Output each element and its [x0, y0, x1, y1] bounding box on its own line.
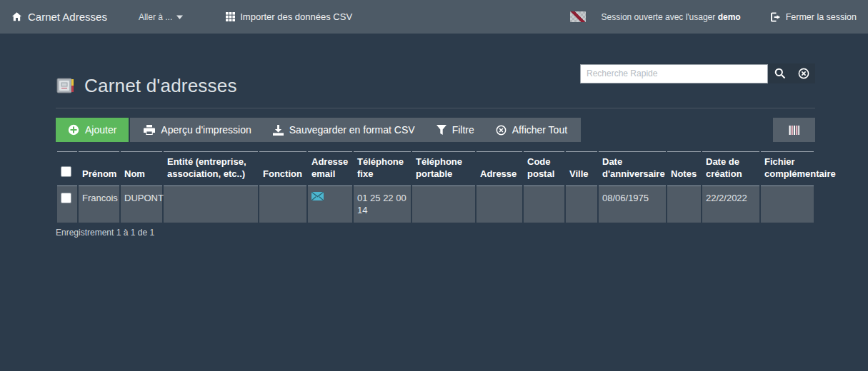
- printer-icon: [144, 125, 155, 136]
- brand-label: Carnet Adresses: [28, 11, 107, 23]
- header-fonction[interactable]: Fonction: [259, 151, 306, 186]
- cell-fichier: [761, 186, 814, 223]
- header-ville[interactable]: Ville: [566, 151, 597, 186]
- quick-search: [580, 63, 815, 83]
- header-adresse[interactable]: Adresse: [477, 151, 522, 186]
- header-fichier[interactable]: Fichier complémentaire: [761, 151, 814, 186]
- goto-menu[interactable]: Aller à ...: [139, 12, 183, 22]
- toggle-columns-button[interactable]: [773, 118, 815, 142]
- grid-icon: [226, 12, 235, 21]
- header-telephone-fixe[interactable]: Téléphone fixe: [354, 151, 411, 186]
- search-input[interactable]: [580, 64, 768, 83]
- cell-notes: [667, 186, 701, 223]
- print-preview-button[interactable]: Aperçu d'impression: [133, 118, 261, 142]
- chevron-down-icon: [176, 15, 183, 19]
- header-adresse-email[interactable]: Adresse email: [308, 151, 352, 186]
- columns-icon: [789, 126, 799, 135]
- cell-date-anniversaire: 08/06/1975: [599, 186, 666, 223]
- cell-select: [57, 186, 77, 223]
- topbar-right: Session ouverte avec l'usager demo Ferme…: [570, 11, 857, 22]
- circle-x-icon: [798, 68, 809, 79]
- session-status: Session ouverte avec l'usager demo: [602, 12, 741, 22]
- circle-x-icon: [496, 125, 507, 136]
- filter-button[interactable]: Filtre: [426, 118, 485, 142]
- envelope-icon[interactable]: [311, 192, 349, 200]
- import-csv-button[interactable]: Importer des données CSV: [226, 11, 352, 22]
- add-button[interactable]: Ajouter: [56, 118, 129, 142]
- cell-entite: [164, 186, 258, 223]
- header-code-postal[interactable]: Code postal: [524, 151, 564, 186]
- toolbar: Ajouter Aperçu d'impression: [56, 118, 815, 142]
- main-content: Carnet d'adresses: [56, 34, 815, 238]
- session-user: demo: [718, 12, 741, 22]
- header-select-all: [57, 151, 77, 186]
- download-icon: [273, 125, 284, 136]
- header-notes[interactable]: Notes: [667, 151, 701, 186]
- logout-button[interactable]: Fermer la session: [771, 12, 857, 22]
- select-all-checkbox[interactable]: [61, 166, 71, 177]
- search-button[interactable]: [768, 63, 792, 83]
- page-title: Carnet d'adresses: [56, 75, 237, 97]
- cell-nom: DUPONT: [121, 186, 162, 223]
- save-csv-button[interactable]: Sauvegarder en format CSV: [262, 118, 426, 142]
- header-date-creation[interactable]: Date de création: [702, 151, 759, 186]
- cell-date-creation: 22/2/2022: [702, 186, 759, 223]
- filter-label: Filtre: [452, 124, 474, 136]
- row-checkbox[interactable]: [61, 193, 71, 203]
- save-csv-label: Sauvegarder en format CSV: [289, 124, 415, 136]
- show-all-label: Afficher Tout: [512, 124, 567, 136]
- cell-prenom: Francois: [79, 186, 119, 223]
- broken-flag-icon[interactable]: [570, 11, 586, 22]
- magnifier-icon: [774, 68, 786, 79]
- add-label: Ajouter: [85, 124, 116, 136]
- cell-telephone-fixe: 01 25 22 00 14: [354, 186, 411, 223]
- import-csv-label: Importer des données CSV: [240, 11, 352, 22]
- table-row[interactable]: Francois DUPONT 01 25 22 00 14: [57, 186, 814, 223]
- goto-label: Aller à ...: [139, 12, 172, 22]
- header-date-anniversaire[interactable]: Date d'anniversaire: [599, 151, 666, 186]
- divider: [56, 108, 815, 108]
- show-all-button[interactable]: Afficher Tout: [485, 118, 578, 142]
- cell-ville: [566, 186, 597, 223]
- print-preview-label: Aperçu d'impression: [161, 124, 251, 136]
- clear-search-button[interactable]: [792, 63, 815, 83]
- contacts-table: Prénom Nom Entité (entreprise, associati…: [56, 151, 815, 223]
- cell-code-postal: [524, 186, 564, 223]
- header-telephone-portable[interactable]: Téléphone portable: [412, 151, 475, 186]
- records-count: Enregistrement 1 à 1 de 1: [56, 228, 815, 238]
- header-prenom[interactable]: Prénom: [79, 151, 119, 186]
- plus-circle-icon: [68, 124, 79, 136]
- cell-telephone-portable: [412, 186, 475, 223]
- topbar: Carnet Adresses Aller à ... Importer des…: [0, 0, 868, 34]
- header-nom[interactable]: Nom: [121, 151, 162, 186]
- cell-adresse-email: [308, 186, 352, 223]
- address-book-icon: [56, 77, 75, 95]
- cell-adresse: [477, 186, 522, 223]
- brand-home-link[interactable]: Carnet Adresses: [11, 11, 107, 23]
- home-icon: [11, 11, 22, 22]
- table-header-row: Prénom Nom Entité (entreprise, associati…: [57, 151, 814, 186]
- logout-label: Fermer la session: [786, 12, 857, 22]
- toolbar-button-group: Aperçu d'impression Sauvegarder en forma…: [130, 118, 581, 142]
- funnel-icon: [437, 125, 447, 135]
- header-entite[interactable]: Entité (entreprise, association, etc..): [164, 151, 258, 186]
- cell-fonction: [259, 186, 306, 223]
- sign-out-icon: [771, 12, 782, 22]
